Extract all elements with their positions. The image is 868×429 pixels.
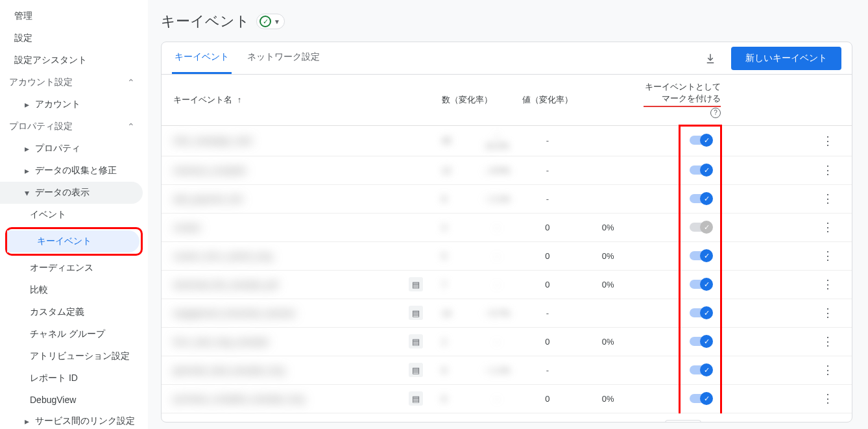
table-row: engagement_threshold_reached▤14↑ 5.7%-✓⋮ [162,299,852,327]
chevron-up-icon: ⌃ [125,121,138,132]
sidebar-item-label: サービス間のリンク設定 [35,415,135,427]
sidebar-item-audiences[interactable]: オーディエンス [0,257,148,279]
event-count: 7 [442,280,446,289]
sidebar-item-label: アカウント [35,99,80,110]
sidebar-item-custom-definitions[interactable]: カスタム定義 [0,301,148,323]
event-rate: ↑ 2.1% [484,194,510,204]
sidebar-item-linking[interactable]: ▸ サービス間のリンク設定 [0,410,148,429]
event-value-rate [577,184,638,213]
sidebar-item-data-collection[interactable]: ▸ データの収集と修正 [0,160,148,182]
check-circle-icon: ✓ [259,16,271,27]
col-header-count[interactable]: 数（変化率） [437,75,517,125]
page-title: キーイベント [161,12,250,31]
col-header-mark-label: キーイベントとしてマークを付ける [644,81,721,107]
event-count: 9 [442,365,446,375]
event-count: 12 [442,165,451,175]
mark-toggle[interactable]: ✓ [690,136,710,145]
sidebar-item-settings[interactable]: 設定 [0,27,148,49]
mark-toggle[interactable]: ✓ [690,365,710,374]
event-value-rate: 0% [577,327,638,356]
sidebar-item-events[interactable]: イベント [0,204,148,226]
col-header-value[interactable]: 値（変化率） [517,75,638,125]
mark-toggle[interactable]: ✓ [690,165,710,175]
event-value: - [517,299,577,327]
event-value-rate [577,125,638,156]
event-value: 0 [517,384,577,413]
sidebar-item-property[interactable]: ▸ プロパティ [0,138,148,160]
table-row: custom_form_submit_long5-00%✓⋮ [162,241,852,270]
event-value: - [517,356,577,384]
tab-network-settings[interactable]: ネットワーク設定 [245,42,322,74]
event-rate: ↑ 13.2% [485,131,509,151]
row-menu-icon[interactable]: ⋮ [822,363,834,376]
sidebar-item-debugview[interactable]: DebugView [0,389,148,410]
sidebar-item-key-events[interactable]: キーイベント [7,230,139,252]
sidebar-item-data-display[interactable]: ▾ データの表示 [0,182,143,204]
table-row: click_campaign_start45↑ 13.2%-✓⋮ [162,125,852,156]
sidebar-item-account[interactable]: ▸ アカウント [0,93,148,116]
table-row: contact3-00%✓⋮ [162,213,852,241]
sidebar-item-report-id[interactable]: レポート ID [0,367,148,389]
row-menu-icon[interactable]: ⋮ [822,221,834,234]
caret-right-icon: ▸ [22,165,31,176]
mark-toggle[interactable]: ✓ [690,337,710,346]
event-name: download_file_example_pdf [173,280,278,289]
row-menu-icon[interactable]: ⋮ [822,192,834,205]
page-chip-icon: ▤ [409,277,423,291]
sidebar-item-setup-assistant[interactable]: 設定アシスタント [0,49,148,71]
row-menu-icon[interactable]: ⋮ [822,134,834,147]
row-menu-icon[interactable]: ⋮ [822,392,834,405]
event-name: engagement_threshold_reached [173,308,295,318]
caret-right-icon: ▸ [22,416,31,426]
help-icon[interactable]: ? [710,108,721,118]
page-size-select[interactable]: 10 ▼ [665,420,701,423]
download-icon[interactable] [703,51,718,66]
event-name: purchase_complete_example_long [173,394,304,404]
event-name: contact [173,223,200,232]
event-value: - [517,156,577,184]
event-name: add_payment_info [173,194,243,204]
caret-down-icon: ▾ [22,188,31,198]
content-card: キーイベント ネットワーク設定 新しいキーイベント キーイベント名 ↑ [161,42,852,423]
row-menu-icon[interactable]: ⋮ [822,335,834,348]
page-chip-icon: ▤ [409,306,423,320]
new-key-event-button[interactable]: 新しいキーイベント [731,47,841,70]
event-value: - [517,184,577,213]
event-value: 0 [517,327,577,356]
sidebar-item-admin[interactable]: 管理 [0,5,148,27]
event-value: 0 [517,213,577,241]
mark-toggle[interactable]: ✓ [690,194,710,203]
status-dropdown[interactable]: ✓ ▼ [256,14,285,29]
tab-key-events[interactable]: キーイベント [172,42,232,74]
row-menu-icon[interactable]: ⋮ [822,249,834,262]
sidebar-item-attribution[interactable]: アトリビューション設定 [0,345,148,367]
event-value: - [517,125,577,156]
sidebar-section-property[interactable]: プロパティ設定 ⌃ [0,116,148,138]
mark-toggle[interactable]: ✓ [690,223,710,232]
page-chip-icon: ▤ [409,334,423,349]
col-header-name-label: キーイベント名 [173,95,232,104]
row-menu-icon[interactable]: ⋮ [822,306,834,319]
page-header: キーイベント ✓ ▼ [161,0,852,42]
chevron-up-icon: ⌃ [125,77,138,88]
event-value-rate: 0% [577,241,638,270]
row-menu-icon[interactable]: ⋮ [822,164,834,177]
mark-toggle[interactable]: ✓ [690,251,710,260]
col-header-name[interactable]: キーイベント名 ↑ [162,75,398,125]
page-chip-icon: ▤ [409,391,423,406]
event-name: custom_form_submit_long [173,251,272,261]
sidebar-item-channel-group[interactable]: チャネル グループ [0,323,148,345]
row-menu-icon[interactable]: ⋮ [822,278,834,291]
sidebar-item-compare[interactable]: 比較 [0,279,148,301]
table-row: generate_lead_example_long▤9↑ 1.1%-✓⋮ [162,356,852,384]
event-rate: - [496,337,498,347]
page-chip-icon: ▤ [409,363,423,377]
table-row: form_start_long_example▤2-00%✓⋮ [162,327,852,356]
mark-toggle[interactable]: ✓ [690,280,710,289]
event-name: click_campaign_start [173,136,252,145]
sidebar-item-label: プロパティ [35,143,80,154]
mark-toggle[interactable]: ✓ [690,308,710,317]
mark-toggle[interactable]: ✓ [690,394,710,403]
sidebar-section-account[interactable]: アカウント設定 ⌃ [0,71,148,93]
event-value-rate [577,156,638,184]
